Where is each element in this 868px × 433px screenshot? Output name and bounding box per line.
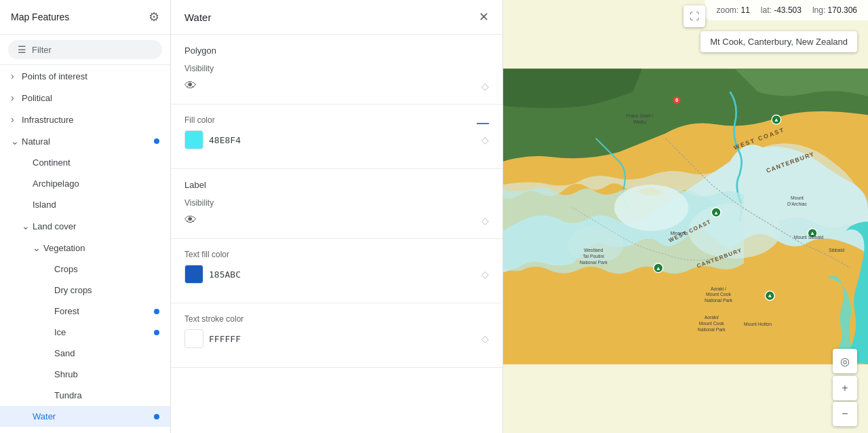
diamond-icon-fill[interactable]: ◇ — [481, 134, 489, 145]
sidebar-label-dry-crops: Dry crops — [54, 285, 159, 295]
panel-header: Water ✕ — [171, 0, 502, 35]
text-fill-color-label: Text fill color — [184, 250, 489, 259]
dot-forest — [154, 309, 159, 314]
fill-color-remove-icon[interactable]: — — [477, 116, 489, 130]
sidebar-label-forest: Forest — [54, 306, 154, 316]
sidebar-item-shrub[interactable]: Shrub — [0, 364, 170, 385]
sidebar-label-natural: Natural — [22, 136, 154, 147]
sidebar-item-land-cover[interactable]: ⌄Land cover — [0, 215, 170, 237]
eye-icon-label[interactable]: 👁 — [184, 213, 197, 227]
dot-water — [154, 414, 159, 419]
text-stroke-color-swatch[interactable] — [184, 329, 203, 348]
fullscreen-button[interactable]: ⛶ — [684, 5, 705, 27]
text-stroke-color-section: Text stroke color FFFFFF ◇ — [171, 303, 502, 368]
sidebar-item-infrastructure[interactable]: ›Infrastructure — [0, 109, 170, 130]
polygon-section: Polygon Visibility 👁 ◇ — [171, 35, 502, 105]
svg-text:▲: ▲ — [767, 293, 772, 299]
map-svg: ▲ ▲ ▲ ▲ ▲ 6 WEST COAST CANTERBURY WEST C… — [503, 0, 868, 433]
svg-text:Sibbald: Sibbald — [829, 248, 844, 252]
chevron-icon-points-of-interest: › — [11, 71, 19, 81]
filter-input-container[interactable]: ☰ Filter — [8, 40, 162, 59]
visibility-label-label: Visibility — [184, 198, 489, 208]
sidebar-label-shrub: Shrub — [54, 369, 159, 379]
sidebar-item-political[interactable]: ›Political — [0, 87, 170, 109]
svg-text:D'Archiac: D'Archiac — [787, 202, 808, 206]
label-section-title: Label — [184, 180, 489, 190]
chevron-icon-land-cover: ⌄ — [22, 221, 30, 231]
sidebar-label-ice: Ice — [54, 327, 154, 337]
sidebar-item-water[interactable]: Water — [0, 406, 170, 427]
sidebar-label-political: Political — [22, 93, 159, 103]
sidebar-label-water: Water — [33, 411, 154, 421]
chevron-icon-political: › — [11, 92, 19, 103]
sidebar-item-points-of-interest[interactable]: ›Points of interest — [0, 65, 170, 87]
sidebar-label-island: Island — [33, 200, 159, 210]
svg-text:Mount Cook: Mount Cook — [699, 321, 724, 326]
lat-label: lat: -43.503 — [761, 5, 802, 15]
svg-point-1 — [614, 185, 688, 231]
chevron-icon-natural: ⌄ — [11, 136, 19, 147]
sidebar-item-vegetation[interactable]: ⌄Vegetation — [0, 237, 170, 259]
sidebar-item-sand[interactable]: Sand — [0, 343, 170, 364]
sidebar-item-dry-crops[interactable]: Dry crops — [0, 280, 170, 301]
fill-color-swatch[interactable] — [184, 130, 203, 149]
close-icon[interactable]: ✕ — [479, 10, 489, 24]
zoom-out-button[interactable]: − — [833, 402, 857, 426]
text-fill-color-section: Text fill color 185ABC ◇ — [171, 239, 502, 303]
fill-color-label: Fill color — [184, 115, 215, 125]
sidebar-item-crops[interactable]: Crops — [0, 259, 170, 280]
svg-text:▲: ▲ — [656, 265, 661, 271]
diamond-icon-label[interactable]: ◇ — [481, 215, 489, 226]
gear-icon[interactable]: ⚙ — [149, 10, 159, 24]
text-fill-color-control: 185ABC — [184, 265, 241, 284]
diamond-icon-text-stroke[interactable]: ◇ — [481, 333, 489, 344]
diamond-icon-polygon[interactable]: ◇ — [481, 81, 489, 92]
sidebar-item-ice[interactable]: Ice — [0, 322, 170, 343]
map-area[interactable]: zoom: 11 lat: -43.503 lng: 170.306 ⛶ Mt … — [503, 0, 868, 433]
polygon-section-title: Polygon — [184, 45, 489, 56]
svg-text:Tai Poutini: Tai Poutini — [583, 254, 604, 259]
text-stroke-color-label: Text stroke color — [184, 314, 489, 324]
text-stroke-color-row: FFFFFF ◇ — [184, 329, 489, 348]
label-visibility-row: 👁 ◇ — [184, 213, 489, 227]
svg-text:Minarets: Minarets — [670, 231, 688, 236]
text-stroke-color-control: FFFFFF — [184, 329, 241, 348]
map-topbar: zoom: 11 lat: -43.503 lng: 170.306 — [705, 0, 868, 20]
panel-title: Water — [184, 12, 211, 23]
sidebar-header: Map Features ⚙ — [0, 0, 170, 35]
sidebar-item-forest[interactable]: Forest — [0, 301, 170, 322]
svg-text:Mount Cook: Mount Cook — [706, 292, 731, 297]
sidebar-item-archipelago[interactable]: Archipelago — [0, 173, 170, 194]
zoom-in-icon: + — [842, 382, 848, 394]
locate-button[interactable]: ◎ — [833, 349, 857, 373]
svg-text:National Park: National Park — [580, 260, 608, 265]
sidebar-label-vegetation: Vegetation — [43, 243, 159, 253]
filter-icon: ☰ — [18, 44, 26, 55]
sidebar-item-island[interactable]: Island — [0, 194, 170, 215]
svg-text:Franz Josef /: Franz Josef / — [627, 113, 653, 118]
zoom-in-button[interactable]: + — [833, 376, 857, 400]
svg-text:Mount: Mount — [791, 195, 804, 200]
svg-text:Waiāu: Waiāu — [633, 119, 646, 124]
sidebar-nav: ›Points of interest›Political›Infrastruc… — [0, 65, 170, 433]
sidebar-label-land-cover: Land cover — [33, 221, 159, 231]
sidebar-label-points-of-interest: Points of interest — [22, 71, 159, 81]
diamond-icon-text-fill[interactable]: ◇ — [481, 269, 489, 280]
visibility-label-polygon: Visibility — [184, 64, 489, 73]
svg-text:▲: ▲ — [774, 117, 779, 123]
text-stroke-color-hex: FFFFFF — [209, 334, 241, 344]
sidebar-item-continent[interactable]: Continent — [0, 152, 170, 173]
sidebar-item-natural[interactable]: ⌄Natural — [0, 130, 170, 152]
eye-icon-polygon[interactable]: 👁 — [184, 79, 197, 93]
text-fill-color-swatch[interactable] — [184, 265, 203, 284]
svg-text:National Park: National Park — [698, 327, 726, 332]
sidebar-item-background[interactable]: Background — [0, 427, 170, 433]
svg-text:Mount Hutton: Mount Hutton — [744, 322, 772, 326]
svg-text:6: 6 — [675, 97, 678, 103]
fullscreen-icon: ⛶ — [690, 11, 699, 22]
svg-text:Aoraki/: Aoraki/ — [705, 315, 719, 320]
filter-bar: ☰ Filter — [0, 35, 170, 65]
sidebar-item-tundra[interactable]: Tundra — [0, 385, 170, 406]
sidebar: Map Features ⚙ ☰ Filter ›Points of inter… — [0, 0, 171, 433]
svg-text:National Park: National Park — [705, 298, 732, 303]
